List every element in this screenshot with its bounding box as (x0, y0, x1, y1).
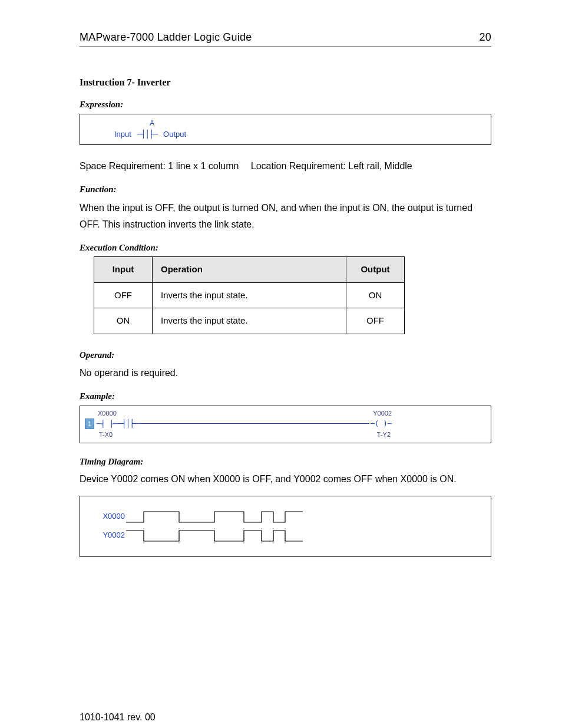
page-header: MAPware-7000 Ladder Logic Guide 20 (80, 29, 491, 47)
timing-diagram-box: X0000 Y0002 (80, 496, 491, 557)
example-heading: Example: (80, 390, 491, 403)
coil-icon: ─( )─ (371, 419, 392, 429)
timing-waveform-y0002 (126, 527, 309, 543)
example-left-bottom-label: T-X0 (99, 430, 113, 440)
operand-heading: Operand: (80, 348, 491, 362)
execution-condition-table: Input Operation Output OFF Inverts the i… (94, 256, 405, 334)
inverter-symbol-icon: ─┤│├─ (118, 418, 138, 430)
expression-output-label: Output (163, 129, 186, 140)
example-rung-number: 1 (85, 419, 94, 430)
expression-symbol-row: Input ─┤│├─ Output (114, 129, 485, 140)
timing-signal-1-label: X0000 (93, 510, 125, 522)
space-location-requirement: Space Requirement: 1 line x 1 column Loc… (80, 158, 491, 174)
table-row: OFF Inverts the input state. ON (94, 282, 405, 308)
example-right-top-label: Y0002 (373, 409, 392, 419)
inverter-symbol-icon: ─┤│├─ (137, 129, 157, 140)
cell-input: ON (94, 308, 153, 334)
example-right-bottom-label: T-Y2 (377, 430, 391, 440)
example-box: X0000 Y0002 1 ─┤ ├─ ─┤│├─ ─( )─ T-X0 T-Y… (80, 406, 491, 444)
doc-title: MAPware-7000 Ladder Logic Guide (80, 29, 252, 45)
timing-signal-2-label: Y0002 (93, 529, 125, 541)
timing-diagram-text: Device Y0002 comes ON when X0000 is OFF,… (80, 471, 491, 487)
th-output: Output (346, 257, 405, 283)
timing-waveform-x0000 (126, 508, 309, 525)
example-left-top-label: X0000 (98, 409, 117, 419)
expression-heading: Expression: (80, 98, 491, 111)
cell-input: OFF (94, 282, 153, 308)
page-number: 20 (480, 29, 491, 45)
expression-operand-label: A (150, 118, 485, 129)
contact-no-icon: ─┤ ├─ (97, 419, 118, 429)
expression-input-label: Input (114, 129, 131, 140)
table-row: ON Inverts the input state. OFF (94, 308, 405, 334)
rung-wire (139, 423, 369, 424)
table-header-row: Input Operation Output (94, 257, 405, 283)
cell-operation: Inverts the input state. (153, 282, 346, 308)
th-input: Input (94, 257, 153, 283)
cell-operation: Inverts the input state. (153, 308, 346, 334)
function-heading: Function: (80, 183, 491, 196)
th-operation: Operation (153, 257, 346, 283)
execution-condition-heading: Execution Condition: (80, 241, 491, 255)
timing-diagram-heading: Timing Diagram: (80, 455, 491, 469)
cell-output: ON (346, 282, 405, 308)
function-description: When the input is OFF, the output is tur… (80, 200, 491, 233)
cell-output: OFF (346, 308, 405, 334)
expression-box: A Input ─┤│├─ Output (80, 114, 491, 146)
operand-text: No operand is required. (80, 365, 491, 381)
instruction-title: Instruction 7- Inverter (80, 75, 491, 90)
footer-revision: 1010-1041 rev. 00 (80, 710, 491, 724)
